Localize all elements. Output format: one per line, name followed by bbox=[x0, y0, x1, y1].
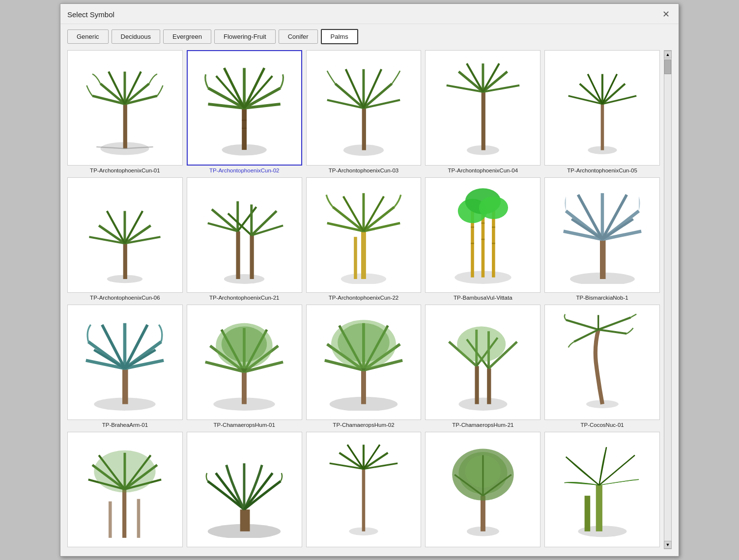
svg-rect-106 bbox=[122, 369, 128, 405]
symbol-thumbnail bbox=[544, 305, 660, 420]
svg-rect-155 bbox=[109, 502, 112, 538]
list-item[interactable] bbox=[187, 432, 302, 549]
list-item[interactable]: TP-ArchontophoenixCun-02 bbox=[187, 50, 302, 173]
symbol-thumbnail bbox=[187, 50, 302, 166]
list-item[interactable]: TP-ArchontophoenixCun-01 bbox=[67, 50, 183, 173]
content-area: TP-ArchontophoenixCun-01 bbox=[60, 50, 679, 556]
symbol-label: TP-BraheaArm-01 bbox=[102, 422, 148, 428]
symbol-label: TP-ArchontophoenixCun-01 bbox=[90, 168, 160, 173]
svg-line-150 bbox=[598, 318, 630, 330]
svg-line-187 bbox=[566, 457, 599, 485]
list-item[interactable]: TP-ArchontophoenixCun-21 bbox=[187, 177, 302, 301]
svg-point-126 bbox=[222, 327, 267, 363]
symbol-thumbnail bbox=[306, 432, 422, 547]
symbol-label: TP-ArchontophoenixCun-22 bbox=[329, 295, 399, 301]
list-item[interactable]: TP-ArchontophoenixCun-05 bbox=[544, 50, 660, 173]
symbol-thumbnail bbox=[425, 305, 540, 420]
svg-rect-34 bbox=[481, 92, 485, 150]
list-item[interactable] bbox=[544, 432, 660, 549]
symbol-label: TP-ArchontophoenixCun-02 bbox=[209, 168, 280, 173]
svg-rect-156 bbox=[137, 499, 141, 538]
symbol-thumbnail bbox=[67, 50, 183, 166]
tab-evergreen[interactable]: Evergreen bbox=[163, 29, 211, 44]
symbol-label: TP-ArchontophoenixCun-04 bbox=[448, 168, 518, 173]
svg-rect-52 bbox=[123, 243, 127, 279]
symbol-grid-scroll[interactable]: TP-ArchontophoenixCun-01 bbox=[67, 50, 662, 549]
svg-point-164 bbox=[94, 450, 156, 493]
svg-point-138 bbox=[458, 398, 507, 411]
list-item[interactable]: TP-BambusaVul-Vittata bbox=[425, 177, 540, 301]
list-item[interactable]: TP-BraheaArm-01 bbox=[67, 305, 183, 428]
scroll-up-button[interactable]: ▲ bbox=[664, 51, 672, 58]
svg-rect-168 bbox=[362, 469, 366, 532]
tab-conifer[interactable]: Conifer bbox=[279, 29, 318, 44]
svg-line-41 bbox=[483, 63, 499, 92]
svg-line-8 bbox=[125, 72, 141, 104]
list-item[interactable]: TP-ChamaeropsHum-21 bbox=[425, 305, 540, 428]
list-item[interactable]: TP-ArchontophoenixCun-06 bbox=[67, 177, 183, 301]
symbol-thumbnail bbox=[425, 432, 540, 547]
symbol-label: TP-CocosNuc-01 bbox=[580, 422, 624, 428]
symbol-thumbnail bbox=[306, 305, 422, 420]
svg-point-137 bbox=[338, 323, 390, 362]
tab-palms[interactable]: Palms bbox=[321, 29, 358, 44]
close-button[interactable]: ✕ bbox=[660, 9, 672, 20]
svg-rect-73 bbox=[354, 237, 357, 279]
svg-rect-140 bbox=[487, 369, 491, 405]
list-item[interactable]: TP-BismarckiaNob-1 bbox=[544, 177, 660, 301]
list-item[interactable]: TP-CocosNuc-01 bbox=[544, 305, 660, 428]
svg-line-7 bbox=[109, 72, 125, 104]
svg-rect-61 bbox=[236, 231, 240, 279]
title-bar: Select Symbol ✕ bbox=[60, 4, 679, 24]
svg-line-31 bbox=[346, 69, 364, 108]
svg-rect-12 bbox=[242, 108, 247, 150]
symbol-label: TP-ArchontophoenixCun-21 bbox=[209, 295, 280, 301]
svg-rect-117 bbox=[242, 372, 247, 404]
symbol-thumbnail bbox=[187, 177, 302, 293]
svg-rect-177 bbox=[481, 496, 485, 532]
list-item[interactable]: TP-ArchontophoenixCun-22 bbox=[306, 177, 422, 301]
scroll-down-button[interactable]: ▼ bbox=[664, 541, 672, 549]
svg-rect-186 bbox=[584, 496, 590, 532]
symbol-thumbnail bbox=[67, 432, 183, 547]
list-item[interactable] bbox=[67, 432, 183, 549]
svg-rect-128 bbox=[361, 370, 366, 404]
svg-rect-43 bbox=[600, 104, 604, 150]
tab-generic[interactable]: Generic bbox=[67, 29, 109, 44]
select-symbol-dialog: Select Symbol ✕ Generic Deciduous Evergr… bbox=[60, 3, 679, 556]
tab-flowering-fruit[interactable]: Flowering-Fruit bbox=[214, 29, 276, 44]
svg-rect-72 bbox=[361, 231, 366, 279]
svg-line-50 bbox=[602, 74, 617, 104]
symbol-label: TP-ArchontophoenixCun-05 bbox=[567, 168, 637, 173]
svg-rect-25 bbox=[362, 108, 366, 150]
scrollbar[interactable]: ▲ ▼ bbox=[664, 50, 672, 549]
list-item[interactable] bbox=[306, 432, 422, 549]
svg-line-149 bbox=[566, 320, 598, 330]
symbol-label: TP-ArchontophoenixCun-06 bbox=[90, 295, 160, 301]
symbol-label: TP-ChamaeropsHum-21 bbox=[452, 422, 513, 428]
svg-rect-139 bbox=[475, 366, 479, 405]
list-item[interactable]: TP-ArchontophoenixCun-04 bbox=[425, 50, 540, 173]
svg-line-32 bbox=[364, 69, 381, 108]
list-item[interactable]: TP-ChamaeropsHum-02 bbox=[306, 305, 422, 428]
dialog-title: Select Symbol bbox=[67, 10, 114, 19]
list-item[interactable] bbox=[425, 432, 540, 549]
svg-line-175 bbox=[364, 445, 380, 469]
symbol-thumbnail bbox=[425, 177, 540, 293]
symbol-label: TP-ChamaeropsHum-01 bbox=[214, 422, 275, 428]
list-item[interactable]: TP-ChamaeropsHum-01 bbox=[187, 305, 302, 428]
symbol-grid: TP-ArchontophoenixCun-01 bbox=[67, 50, 662, 549]
symbol-thumbnail bbox=[187, 432, 302, 547]
symbol-thumbnail bbox=[306, 177, 422, 293]
symbol-thumbnail bbox=[544, 432, 660, 547]
svg-rect-1 bbox=[123, 104, 127, 149]
scrollbar-thumb[interactable] bbox=[664, 59, 671, 74]
svg-line-40 bbox=[467, 63, 483, 92]
tab-deciduous[interactable]: Deciduous bbox=[112, 29, 160, 44]
symbol-thumbnail bbox=[544, 50, 660, 166]
symbol-thumbnail bbox=[67, 177, 183, 293]
symbol-label: TP-BismarckiaNob-1 bbox=[576, 295, 628, 301]
svg-point-60 bbox=[224, 274, 264, 284]
list-item[interactable]: TP-ArchontophoenixCun-03 bbox=[306, 50, 422, 173]
symbol-label: TP-BambusaVul-Vittata bbox=[454, 295, 512, 301]
